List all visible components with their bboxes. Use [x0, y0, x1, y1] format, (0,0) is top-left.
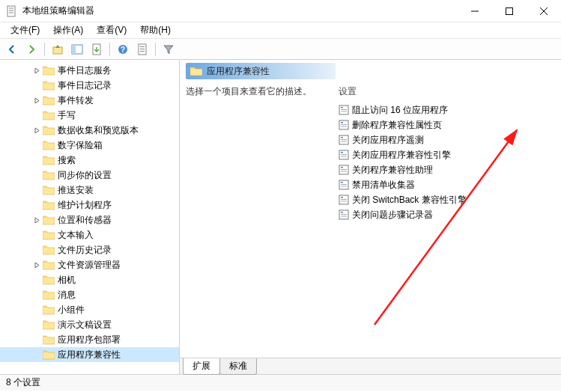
status-text: 8 个设置 [6, 376, 40, 389]
folder-icon [190, 66, 202, 76]
svg-rect-29 [341, 141, 347, 142]
folder-icon [43, 95, 55, 105]
setting-label: 删除程序兼容性属性页 [352, 119, 442, 132]
export-list-button[interactable] [88, 41, 106, 58]
policy-icon [339, 180, 349, 190]
tree-item-label: 应用程序包部署 [58, 334, 121, 346]
tree-item-label: 文本输入 [58, 229, 94, 242]
tree-item-label: 维护计划程序 [58, 199, 112, 212]
tree-item-label: 数据收集和预览版本 [58, 124, 139, 137]
folder-icon [43, 275, 55, 285]
tree-item[interactable]: 小组件 [0, 302, 179, 317]
folder-icon [43, 185, 55, 195]
tree-item[interactable]: 演示文稿设置 [0, 317, 179, 332]
setting-label: 禁用清单收集器 [352, 179, 415, 192]
svg-rect-40 [341, 184, 347, 185]
tree-item-label: 手写 [58, 109, 76, 122]
up-button[interactable] [49, 41, 67, 58]
menubar: 文件(F) 操作(A) 查看(V) 帮助(H) [0, 22, 561, 39]
tree-item[interactable]: 文件历史记录 [0, 242, 179, 257]
tree-item[interactable]: 事件日志记录 [0, 78, 179, 93]
svg-rect-21 [341, 111, 347, 112]
setting-item[interactable]: 关闭应用程序兼容性引擎 [339, 147, 555, 162]
section-header-text: 应用程序兼容性 [207, 65, 270, 78]
expander-icon[interactable] [31, 125, 42, 135]
tree-pane[interactable]: 事件日志服务事件日志记录事件转发手写数据收集和预览版本数字保险箱搜索同步你的设置… [0, 60, 180, 374]
svg-rect-27 [341, 137, 343, 138]
expander-blank [31, 334, 42, 345]
tree-item[interactable]: 事件日志服务 [0, 63, 179, 78]
tree-item-label: 文件资源管理器 [58, 259, 121, 272]
folder-icon [43, 290, 55, 300]
details-tabs: 扩展 标准 [180, 358, 561, 374]
tab-extended[interactable]: 扩展 [183, 358, 220, 375]
properties-button[interactable] [133, 41, 151, 58]
tree-item[interactable]: 应用程序兼容性 [0, 347, 179, 362]
menu-help[interactable]: 帮助(H) [134, 22, 177, 38]
tree-item[interactable]: 应用程序包部署 [0, 332, 179, 347]
tree-item[interactable]: 文件资源管理器 [0, 257, 179, 272]
setting-item[interactable]: 关闭程序兼容性助理 [339, 162, 555, 177]
expander-icon[interactable] [31, 95, 42, 105]
help-button[interactable]: ? [114, 41, 132, 58]
maximize-button[interactable] [492, 0, 527, 22]
tree-item[interactable]: 维护计划程序 [0, 197, 179, 212]
tree-item[interactable]: 相机 [0, 272, 179, 287]
setting-item[interactable]: 阻止访问 16 位应用程序 [339, 102, 555, 117]
expander-icon[interactable] [31, 215, 42, 225]
folder-icon [43, 245, 55, 255]
tree-item[interactable]: 消息 [0, 287, 179, 302]
folder-icon [43, 200, 55, 210]
forward-button[interactable] [22, 41, 40, 58]
svg-rect-10 [72, 45, 76, 54]
close-button[interactable] [527, 0, 561, 22]
setting-label: 关闭程序兼容性助理 [352, 164, 433, 177]
tree-item[interactable]: 数据收集和预览版本 [0, 123, 179, 138]
filter-button[interactable] [160, 41, 178, 58]
tree-item[interactable]: 搜索 [0, 153, 179, 168]
folder-icon [43, 215, 55, 225]
folder-icon [43, 319, 55, 330]
svg-rect-8 [53, 47, 62, 54]
minimize-button[interactable] [458, 0, 492, 22]
expander-blank [31, 170, 42, 180]
policy-icon [339, 195, 349, 205]
tree-item[interactable]: 推送安装 [0, 183, 179, 197]
tree-item[interactable]: 事件转发 [0, 93, 179, 108]
setting-item[interactable]: 关闭应用程序遥测 [339, 132, 555, 147]
svg-rect-41 [341, 186, 347, 187]
toolbar-separator [155, 43, 156, 56]
expander-icon[interactable] [31, 260, 42, 270]
expander-icon[interactable] [31, 65, 42, 76]
tree-item[interactable]: 同步你的设置 [0, 168, 179, 183]
setting-item[interactable]: 关闭 SwitchBack 兼容性引擎 [339, 192, 555, 207]
setting-item[interactable]: 删除程序兼容性属性页 [339, 117, 555, 132]
menu-file[interactable]: 文件(F) [4, 22, 46, 38]
tree-item[interactable]: 手写 [0, 108, 179, 123]
setting-item[interactable]: 禁用清单收集器 [339, 177, 555, 192]
statusbar: 8 个设置 [0, 374, 561, 391]
expander-blank [31, 290, 42, 300]
svg-rect-48 [341, 214, 347, 215]
tree-item[interactable]: 位置和传感器 [0, 212, 179, 227]
back-button[interactable] [3, 41, 21, 58]
details-content: 应用程序兼容性 选择一个项目来查看它的描述。 设置 阻止访问 16 位应用程序删… [180, 60, 561, 358]
tree-item[interactable]: 文本输入 [0, 227, 179, 242]
tree-item[interactable]: 数字保险箱 [0, 138, 179, 153]
setting-item[interactable]: 关闭问题步骤记录器 [339, 207, 555, 222]
toolbar-separator [109, 43, 110, 56]
setting-label: 关闭 SwitchBack 兼容性引擎 [352, 194, 467, 206]
window-title: 本地组策略编辑器 [22, 4, 94, 17]
folder-icon [43, 110, 55, 120]
svg-rect-45 [341, 201, 347, 202]
svg-rect-15 [140, 46, 145, 47]
tree-item-label: 演示文稿设置 [58, 319, 112, 331]
svg-rect-28 [341, 139, 347, 140]
setting-label: 关闭应用程序遥测 [352, 134, 424, 147]
menu-view[interactable]: 查看(V) [91, 22, 133, 38]
expander-blank [31, 230, 42, 240]
policy-icon [339, 209, 349, 220]
show-hide-tree-button[interactable] [68, 41, 86, 58]
tab-standard[interactable]: 标准 [219, 358, 257, 375]
menu-action[interactable]: 操作(A) [47, 22, 89, 38]
